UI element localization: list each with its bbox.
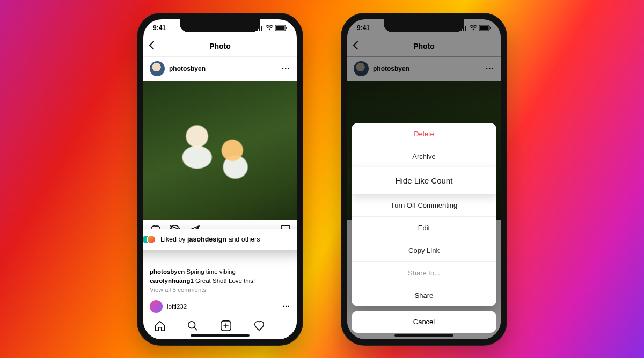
nav-header: Photo [143,36,297,57]
likes-text[interactable]: Liked by jasohdesign and others [160,236,260,243]
sheet-item-turn-off-comment[interactable]: Turn Off Commenting [352,194,496,216]
sheet-item-share[interactable]: Share [352,284,496,306]
liker-avatars [143,235,156,244]
liker-avatar [147,235,156,244]
sheet-item-copy-link[interactable]: Copy Link [352,239,496,261]
sheet-item-edit[interactable]: Edit [352,216,496,239]
svg-rect-1 [276,26,285,30]
top-comment: carolynhuang1 Great Shot! Love this! [150,276,290,286]
nav-activity[interactable] [253,320,265,333]
view-all-comments[interactable]: View all 5 comments [150,286,290,295]
wifi-icon [266,25,273,31]
home-indicator [191,334,250,337]
gradient-stage: 9:41 Photo photosbyen ··· [0,0,644,358]
composer-more[interactable]: ··· [282,302,290,311]
action-sheet: Delete Archive Hide Like Count Turn Off … [352,123,496,306]
composer-username[interactable]: lofti232 [167,303,278,310]
phone-left: 9:41 Photo photosbyen ··· [137,13,303,346]
sheet-item-delete[interactable]: Delete [352,123,496,145]
sheet-item-archive[interactable]: Archive [352,145,496,167]
chevron-left-icon [149,41,154,50]
post-more-button[interactable]: ··· [282,64,290,74]
nav-home[interactable] [154,320,166,334]
nav-new-post[interactable] [220,320,232,334]
heart-icon [253,320,265,331]
status-time: 9:41 [153,24,166,32]
likes-callout: Liked by jasohdesign and others [143,229,297,250]
sheet-item-share-to[interactable]: Share to... [352,261,496,284]
notch [180,19,260,32]
author-username[interactable]: photosbyen [169,65,277,72]
search-icon [187,320,199,332]
back-button[interactable] [149,41,154,52]
sheet-cancel[interactable]: Cancel [352,311,496,333]
sheet-item-hide-like-count[interactable]: Hide Like Count [352,167,496,194]
post-photo[interactable] [143,81,297,220]
action-sheet-container: Delete Archive Hide Like Count Turn Off … [352,123,496,333]
composer-avatar [150,300,163,313]
plus-square-icon [220,320,232,332]
svg-point-4 [188,322,195,328]
svg-rect-2 [286,27,287,29]
battery-icon [275,25,287,31]
screen-right: 9:41 Photo photosbyen ··· [347,19,501,339]
screen-left: 9:41 Photo photosbyen ··· [143,19,297,339]
notch [384,19,464,32]
comment-composer: lofti232 ··· [143,298,297,315]
caption-line: photosbyen Spring time vibing [150,267,290,276]
nav-search[interactable] [187,320,199,334]
post-header: photosbyen ··· [143,57,297,81]
nav-title: Photo [209,42,231,50]
caption-area: photosbyen Spring time vibing carolynhua… [143,265,297,298]
author-avatar[interactable] [150,61,165,76]
home-icon [154,320,166,332]
phone-right: 9:41 Photo photosbyen ··· [341,13,507,346]
home-indicator [394,334,453,337]
